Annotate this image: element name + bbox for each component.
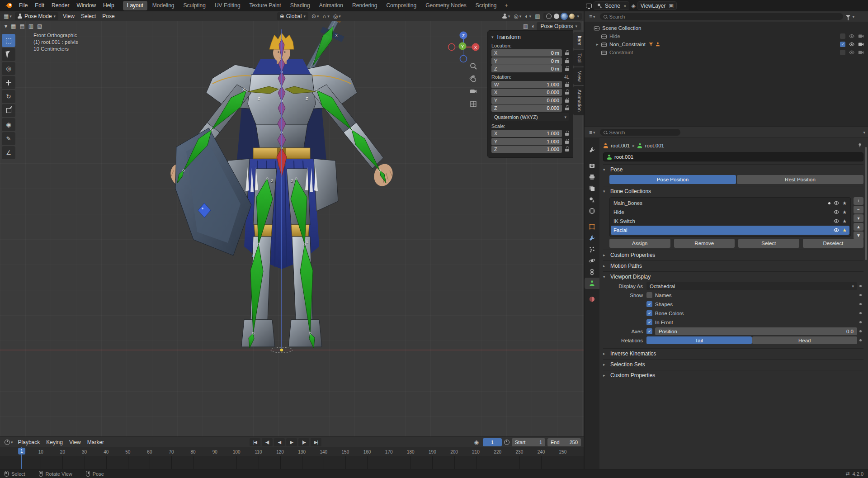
scale-z-field[interactable]: Z1.000	[491, 146, 562, 153]
select-mode-new-icon[interactable]: ▦	[9, 23, 18, 29]
breadcrumb-data[interactable]: root.001	[645, 143, 664, 148]
names-checkbox[interactable]	[646, 292, 652, 298]
overlay-quick-toggle[interactable]: ◐	[530, 23, 537, 29]
toggle-grid-icon[interactable]	[469, 100, 477, 108]
relations-tail-button[interactable]: Tail	[646, 336, 752, 344]
camera-view-icon[interactable]	[469, 87, 477, 95]
workspace-tab-uv-editing[interactable]: UV Editing	[211, 1, 245, 10]
pose-position-button[interactable]: Pose Position	[609, 175, 736, 184]
properties-tab-modifiers[interactable]	[585, 232, 599, 244]
menu-edit[interactable]: Edit	[31, 0, 48, 11]
move-collection-up-button[interactable]: ▲	[854, 223, 863, 231]
lock-icon[interactable]	[564, 106, 569, 111]
timeline-ruler[interactable]: 1102030405060708090100110120130140150160…	[0, 447, 584, 456]
playhead-frame-badge[interactable]: 1	[18, 448, 25, 454]
mode-dropdown[interactable]: Pose Mode ▾	[15, 12, 58, 20]
play-button[interactable]: ▶	[286, 438, 297, 446]
viewport-3d[interactable]: ▦▾ Pose Mode ▾ ViewSelectPose ⊕ Global ▾…	[0, 11, 584, 436]
lock-icon[interactable]	[564, 58, 569, 63]
bone-collection-row-main-bones[interactable]: Main_Bones★	[611, 199, 849, 208]
deselect-button[interactable]: Deselect	[803, 239, 864, 248]
shading-rendered-button[interactable]	[569, 14, 575, 19]
shading-solid-button[interactable]	[554, 14, 559, 19]
timeline-track[interactable]	[0, 456, 584, 469]
viewport-menu-view[interactable]: View	[60, 11, 78, 21]
properties-tab-physics[interactable]	[585, 255, 599, 266]
lock-icon[interactable]	[564, 139, 569, 144]
timeline-editor-dropdown[interactable]: ▾	[3, 440, 15, 445]
workspace-tab-shading[interactable]: Shading	[286, 1, 314, 10]
axes-checkbox[interactable]: ✓	[646, 328, 652, 334]
end-frame-field[interactable]: End250	[547, 438, 581, 446]
properties-tab-particles[interactable]	[585, 244, 599, 255]
animate-dot[interactable]	[859, 339, 862, 341]
outliner-row-non-constraint[interactable]: ▸Non_Constraint✓	[585, 40, 868, 48]
workspace-tab-scripting[interactable]: Scripting	[472, 1, 501, 10]
properties-tab-scene[interactable]	[585, 194, 599, 205]
expand-icon[interactable]: ▸	[596, 42, 601, 47]
bone-colors-checkbox[interactable]: ✓	[646, 310, 652, 316]
lock-icon[interactable]	[564, 98, 569, 103]
hide-viewport-eye-icon[interactable]	[849, 49, 855, 56]
location-z-field[interactable]: Z0 m	[491, 65, 562, 72]
select-mode-subtract-icon[interactable]: ▥	[27, 23, 35, 29]
shapes-checkbox[interactable]: ✓	[646, 301, 652, 307]
properties-tab-object-data[interactable]	[585, 278, 599, 289]
animate-dot[interactable]	[859, 285, 862, 287]
collection-visibility-eye-icon[interactable]	[833, 209, 840, 215]
tool-settings-dropdown[interactable]: ▾	[3, 23, 9, 29]
rotation-mode-dropdown[interactable]: Quaternion (WXYZ)▾	[491, 113, 569, 121]
properties-tab-output[interactable]	[585, 171, 599, 183]
rotation-x-field[interactable]: X0.000	[491, 89, 562, 96]
location-y-field[interactable]: Y0 m	[491, 57, 562, 65]
workspace-tab-compositing[interactable]: Compositing	[382, 1, 420, 10]
select-box-tool[interactable]	[2, 34, 15, 47]
jump-start-button[interactable]: |◀	[250, 438, 260, 446]
outliner-options-dropdown[interactable]: ▾	[853, 14, 855, 19]
section-header-selection-sets[interactable]: ▸Selection Sets	[603, 359, 863, 369]
workspace-tab-animation[interactable]: Animation	[315, 1, 347, 10]
collection-solo-star-icon[interactable]: ★	[842, 218, 847, 224]
in-front-checkbox[interactable]: ✓	[646, 319, 652, 325]
properties-tab-render[interactable]	[585, 160, 599, 171]
animate-dot[interactable]	[859, 303, 862, 305]
jump-end-button[interactable]: ▶|	[311, 438, 321, 446]
remove-collection-button[interactable]: −	[854, 206, 863, 213]
timeline-track-area[interactable]: 1102030405060708090100110120130140150160…	[0, 447, 584, 469]
properties-tab-world[interactable]	[585, 205, 599, 217]
outliner-row-scene-collection[interactable]: Scene Collection	[585, 24, 868, 32]
exclude-checkbox[interactable]	[840, 33, 845, 39]
lock-icon[interactable]	[564, 82, 569, 87]
sidebar-tab-item[interactable]: Item	[573, 32, 584, 49]
outliner-row-hide[interactable]: Hide	[585, 32, 868, 40]
workspace-tab-texture-paint[interactable]: Texture Paint	[245, 1, 285, 10]
collection-solo-star-icon[interactable]: ★	[842, 209, 847, 215]
select-mode-extend-icon[interactable]: ▤	[18, 23, 26, 29]
rotate-tool[interactable]: ↻	[2, 90, 15, 103]
rest-position-button[interactable]: Rest Position	[737, 175, 863, 184]
exclude-checkbox[interactable]	[840, 50, 845, 55]
section-header-inverse-kinematics[interactable]: ▸Inverse Kinematics	[603, 348, 863, 358]
move-collection-down-button[interactable]: ▼	[854, 232, 863, 239]
timeline-menu-keying[interactable]: Keying	[43, 437, 66, 447]
lock-icon[interactable]	[564, 147, 569, 152]
prev-keyframe-button[interactable]: ◀|	[262, 438, 273, 446]
rotation-z-field[interactable]: Z0.000	[491, 104, 562, 112]
scale-y-field[interactable]: Y1.000	[491, 138, 562, 145]
display-as-dropdown[interactable]: Octahedral▾	[646, 282, 857, 290]
section-header-custom-properties[interactable]: ▸Custom Properties	[603, 370, 863, 380]
viewport-menu-pose[interactable]: Pose	[99, 11, 118, 21]
menu-render[interactable]: Render	[48, 0, 73, 11]
properties-tab-constraints[interactable]	[585, 266, 599, 278]
gizmos-dropdown[interactable]: ◎▾	[512, 13, 523, 19]
disable-render-camera-icon[interactable]	[858, 41, 864, 47]
section-header-motion-paths[interactable]: ▸Motion Paths	[603, 260, 863, 270]
pose-options-dropdown[interactable]: Pose Options ▾	[537, 22, 581, 30]
bone-collection-row-facial[interactable]: Facial★	[611, 226, 849, 235]
scale-tool[interactable]	[2, 104, 15, 117]
collection-specials-menu[interactable]: ▾	[854, 214, 863, 222]
disable-render-camera-icon[interactable]	[858, 49, 864, 56]
auto-keying-toggle[interactable]: ◉	[472, 439, 481, 445]
rotation-y-field[interactable]: Y0.000	[491, 97, 562, 104]
viewport-menu-select[interactable]: Select	[78, 11, 99, 21]
